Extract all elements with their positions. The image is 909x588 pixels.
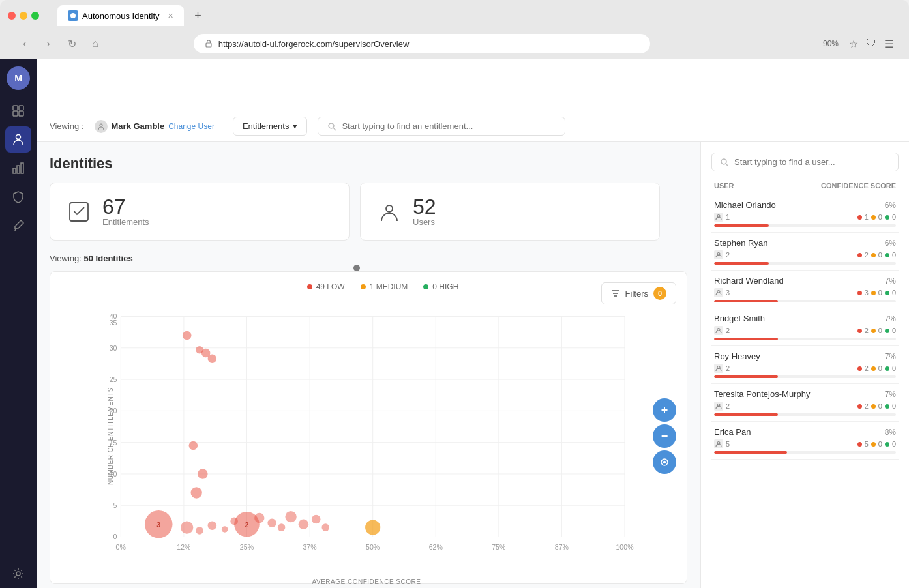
user-score: 6% [885,239,896,248]
sidebar-item-dashboard[interactable] [5,98,31,124]
svg-text:25%: 25% [240,543,254,551]
chevron-down-icon: ▾ [293,121,297,131]
search-entitlement-box[interactable] [318,117,565,136]
svg-rect-5 [19,111,23,116]
svg-rect-2 [13,106,18,110]
user-info: Mark Gamble Change User [95,120,215,133]
reload-button[interactable]: ↻ [63,35,81,53]
svg-rect-8 [17,166,20,173]
entitlements-count: 67 [102,196,149,217]
dot-orange [871,404,876,409]
user-icon-xs [714,402,723,411]
legend-low: 49 LOW [307,282,345,291]
entitlements-dropdown[interactable]: Entitlements ▾ [233,117,308,136]
person-icon [12,133,25,146]
user-row[interactable]: Erica Pan 8% 5 5 0 0 [711,422,899,460]
chart-container: Filters 0 49 LOW 1 MEDIUM [50,271,687,584]
svg-point-70 [189,441,198,450]
svg-point-79 [664,462,666,463]
search-entitlement-input[interactable] [342,121,556,131]
dot-green [885,329,889,333]
svg-text:30: 30 [110,344,117,352]
zoom-out-button[interactable]: − [653,424,676,448]
search-user-box[interactable] [711,153,899,171]
user-row[interactable]: Stephen Ryan 6% 2 2 0 0 [711,233,899,271]
sidebar-item-settings[interactable] [5,561,31,587]
viewing-count: 50 Identities [84,254,133,263]
change-user-link[interactable]: Change User [168,122,215,131]
gear-icon [12,567,25,580]
svg-line-81 [726,164,729,166]
user-name: Stephen Ryan [714,238,767,248]
user-row[interactable]: Michael Orlando 6% 1 1 0 0 [711,195,899,233]
user-name: Bridget Smith [714,314,765,323]
legend-dot-medium [361,284,366,289]
svg-point-76 [208,354,217,363]
user-score: 7% [885,352,896,361]
user-name: Richard Wendland [714,276,784,286]
svg-text:0: 0 [113,533,117,540]
address-bar[interactable]: https://autoid-ui.forgerock.com/supervis… [194,34,650,53]
stats-row: 67 Entitlements 52 Users [50,183,687,241]
user-icon-xs [714,326,723,335]
user-score: 8% [885,428,896,437]
zoom-reset-button[interactable] [653,450,676,474]
svg-point-68 [312,515,321,524]
user-row[interactable]: Roy Heavey 7% 2 2 0 0 [711,346,899,384]
sidebar-item-shield[interactable] [5,184,31,210]
back-button[interactable]: ‹ [16,35,34,53]
svg-point-73 [183,331,192,340]
svg-point-80 [721,159,726,164]
close-button[interactable] [8,12,16,20]
search-user-input[interactable] [734,157,890,167]
menu-icon[interactable]: ☰ [884,38,893,50]
sidebar-item-brush[interactable] [5,213,31,239]
user-icon-xs [714,364,723,373]
filter-icon [611,289,620,298]
lock-icon [204,39,213,48]
user-row[interactable]: Bridget Smith 7% 2 2 0 0 [711,308,899,346]
browser-tab[interactable]: Autonomous Identity ✕ [57,5,184,26]
forward-button[interactable]: › [39,35,57,53]
svg-rect-4 [13,111,18,116]
legend-medium: 1 MEDIUM [361,282,408,291]
user-avatar-small [95,120,108,133]
viewing-label: Viewing : [50,121,84,131]
dot-red [857,329,862,333]
svg-text:25: 25 [110,375,117,383]
bookmark-icon[interactable]: ☆ [849,38,858,50]
svg-point-77 [365,520,380,535]
svg-text:100%: 100% [616,543,634,551]
svg-text:40: 40 [110,312,117,320]
user-icon-xs [714,213,723,222]
entitlements-stat-card: 67 Entitlements [50,183,350,241]
minimize-button[interactable] [20,12,27,20]
avatar[interactable]: M [7,66,30,90]
viewing-info: Viewing: 50 Identities [50,254,687,263]
svg-point-63 [254,513,264,523]
progress-bar [714,338,896,340]
svg-rect-7 [13,168,16,173]
legend-label-low: 49 LOW [316,282,345,291]
shield-browser-icon: 🛡 [866,38,876,50]
svg-point-65 [278,523,286,531]
new-tab-button[interactable]: + [189,7,207,25]
maximize-button[interactable] [31,12,39,20]
user-row[interactable]: Richard Wendland 7% 3 3 0 0 [711,271,899,308]
svg-text:87%: 87% [555,543,569,551]
sidebar-item-identity[interactable] [5,126,31,153]
chart-legend: 49 LOW 1 MEDIUM 0 HIGH [89,282,676,291]
search-user-icon [720,158,729,167]
svg-line-13 [334,128,336,130]
y-axis-label: NUMBER OF ENTITLEMENTS [107,387,114,485]
user-name: Roy Heavey [714,351,760,361]
user-row[interactable]: Teresita Pontejos-Murphy 7% 2 2 0 0 [711,384,899,422]
zoom-in-button[interactable]: + [653,398,676,422]
progress-bar [714,262,896,265]
zoom-reset-icon [659,457,670,467]
home-button[interactable]: ⌂ [86,35,104,53]
svg-text:62%: 62% [429,543,443,551]
progress-bar [714,224,896,227]
sidebar-item-chart[interactable] [5,155,31,181]
tab-close-button[interactable]: ✕ [168,12,173,20]
